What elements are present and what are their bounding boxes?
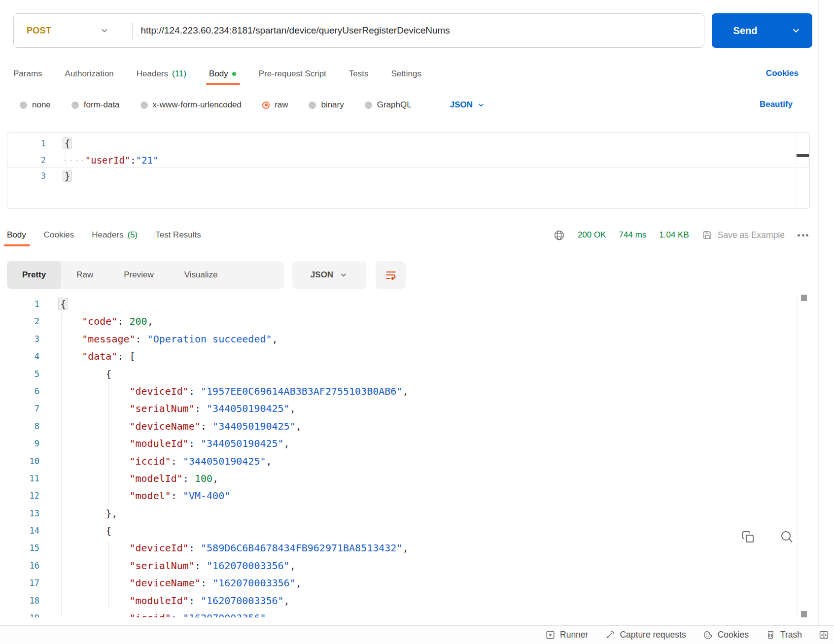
response-code-line[interactable]: 6 "deviceId": "1957EE0C69614AB3B3AF27551… (0, 383, 797, 400)
response-code-line[interactable]: 12 "model": "VM-400" (0, 487, 797, 505)
cookies-link[interactable]: Cookies (766, 68, 799, 78)
request-code-line[interactable]: 3} (7, 168, 809, 184)
url-input[interactable]: http://124.223.60.234:8181/spartan/devic… (141, 25, 450, 36)
radio-icon[interactable] (309, 102, 316, 109)
response-code-line[interactable]: 13 }, (0, 505, 797, 522)
status-code[interactable]: 200 OK (578, 230, 606, 240)
tab-pre-request-script[interactable]: Pre-request Script (259, 69, 326, 79)
response-tab-headers[interactable]: Headers(5) (92, 230, 138, 240)
response-tab-body[interactable]: Body (7, 230, 26, 240)
body-mode-raw[interactable]: raw (262, 100, 288, 110)
view-mode-pretty[interactable]: Pretty (7, 261, 61, 289)
wrap-lines-button[interactable] (376, 261, 406, 289)
response-size[interactable]: 1.04 KB (659, 230, 689, 240)
beautify-link[interactable]: Beautify (760, 100, 793, 109)
body-mode-none[interactable]: none (20, 100, 51, 110)
save-as-example-button[interactable]: Save as Example (702, 230, 785, 240)
tab-tests[interactable]: Tests (349, 69, 369, 79)
more-actions-icon[interactable] (798, 234, 808, 237)
response-code-line[interactable]: 17 "deviceName": "162070003356", (0, 575, 797, 592)
divider (132, 22, 133, 39)
statusbar-trash-button[interactable]: Trash (765, 630, 802, 640)
view-mode-raw[interactable]: Raw (61, 261, 108, 289)
tab-label: Body (209, 69, 228, 79)
radio-icon[interactable] (365, 102, 372, 109)
response-code-line[interactable]: 1{ (0, 296, 797, 313)
line-number: 3 (0, 331, 39, 348)
response-code-line[interactable]: 16 "serialNum": "162070003356", (0, 557, 797, 575)
mode-label: form-data (84, 100, 120, 110)
radio-icon[interactable] (262, 102, 270, 109)
body-mode-binary[interactable]: binary (309, 100, 344, 110)
tab-label: Params (13, 69, 42, 79)
response-scroll-thumb[interactable] (801, 295, 807, 301)
chevron-down-icon (339, 271, 348, 279)
request-body-editor[interactable]: 1{2····"userId":"21"3} (7, 132, 810, 209)
line-number: 8 (0, 418, 39, 435)
line-number: 5 (0, 366, 39, 383)
response-language-select[interactable]: JSON (292, 261, 366, 289)
response-code-line[interactable]: 4 "data": [ (0, 348, 797, 365)
line-number: 11 (0, 470, 39, 487)
chevron-down-icon[interactable] (779, 25, 812, 36)
tab-body[interactable]: Body (209, 69, 236, 79)
tab-settings[interactable]: Settings (391, 69, 421, 79)
body-mode-form-data[interactable]: form-data (71, 100, 120, 110)
response-time[interactable]: 744 ms (619, 230, 647, 240)
code-text: "deviceName": "344050190425", (58, 418, 302, 435)
code-text: "deviceId": "589D6C6B4678434FB962971BA85… (58, 540, 408, 557)
view-mode-preview[interactable]: Preview (108, 261, 169, 289)
response-tab-test-results[interactable]: Test Results (155, 230, 201, 240)
two-pane-layout-icon[interactable] (819, 630, 829, 640)
response-code-line[interactable]: 18 "moduleId": "162070003356", (0, 592, 797, 610)
body-mode-x-www-form-urlencoded[interactable]: x-www-form-urlencoded (140, 100, 242, 110)
request-response-splitter[interactable] (0, 219, 834, 219)
response-code-line[interactable]: 14 { (0, 522, 797, 540)
mode-label: GraphQL (377, 100, 412, 110)
tab-params[interactable]: Params (13, 69, 42, 79)
statusbar-label: Cookies (718, 630, 749, 640)
editor-scroll-thumb[interactable] (797, 154, 809, 157)
body-mode-graphql[interactable]: GraphQL (365, 100, 412, 110)
code-text: "iccid": "344050190425", (58, 453, 272, 470)
request-code-line[interactable]: 2····"userId":"21" (7, 152, 809, 168)
statusbar-capture-requests-button[interactable]: Capture requests (605, 630, 686, 640)
tab-authorization[interactable]: Authorization (65, 69, 114, 79)
response-code-line[interactable]: 3 "message": "Operation succeeded", (0, 331, 797, 348)
statusbar-runner-button[interactable]: Runner (545, 630, 588, 640)
tab-headers[interactable]: Headers(11) (137, 69, 186, 79)
line-number: 16 (0, 557, 39, 575)
response-code-line[interactable]: 9 "moduleId": "344050190425", (0, 435, 797, 452)
response-code-line[interactable]: 5 { (0, 366, 797, 383)
response-code-line[interactable]: 10 "iccid": "344050190425", (0, 453, 797, 470)
chevron-down-icon (477, 101, 486, 109)
send-button[interactable]: Send (712, 13, 812, 48)
statusbar-label: Runner (560, 630, 588, 640)
capture-icon (605, 630, 615, 640)
method-label: POST (27, 26, 51, 36)
statusbar-label: Trash (780, 630, 802, 640)
radio-icon[interactable] (20, 102, 27, 109)
method-select[interactable]: POST (14, 26, 132, 36)
response-code-line[interactable]: 19 "iccid": "162070003356", (0, 610, 797, 617)
response-body-viewer[interactable]: 1{2 "code": 200,3 "message": "Operation … (0, 296, 797, 617)
response-code-line[interactable]: 11 "modelId": 100, (0, 470, 797, 487)
response-code-line[interactable]: 2 "code": 200, (0, 313, 797, 330)
response-scroll-thumb[interactable] (801, 611, 807, 617)
line-number: 9 (0, 435, 39, 452)
request-code-line[interactable]: 1{ (7, 136, 809, 152)
statusbar-cookies-button[interactable]: Cookies (703, 630, 749, 640)
line-number: 1 (7, 136, 46, 152)
view-mode-visualize[interactable]: Visualize (169, 261, 233, 289)
response-code-line[interactable]: 7 "serialNum": "344050190425", (0, 400, 797, 417)
response-toolbar: PrettyRawPreviewVisualize JSON (0, 261, 834, 289)
request-language-select[interactable]: JSON (450, 100, 486, 110)
response-code-line[interactable]: 8 "deviceName": "344050190425", (0, 418, 797, 435)
response-code-line[interactable]: 15 "deviceId": "589D6C6B4678434FB962971B… (0, 540, 797, 557)
radio-icon[interactable] (71, 102, 79, 109)
response-tab-cookies[interactable]: Cookies (44, 230, 74, 240)
radio-icon[interactable] (140, 102, 148, 109)
indent-guide (108, 540, 109, 610)
line-number: 17 (0, 575, 39, 592)
code-text: "serialNum": "344050190425", (58, 400, 296, 417)
